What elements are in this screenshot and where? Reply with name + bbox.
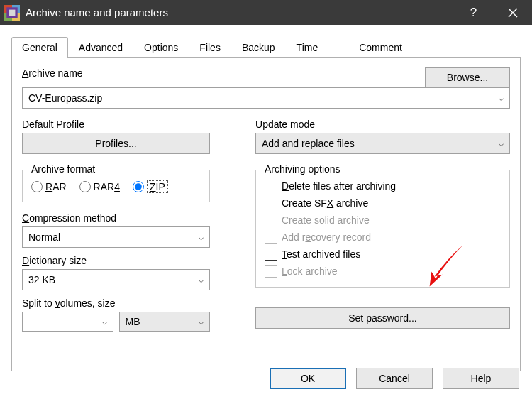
update-mode-select[interactable]: Add and replace files ⌵: [255, 133, 510, 154]
dialog-title: Archive name and parameters: [26, 6, 454, 18]
browse-button[interactable]: Browse...: [425, 67, 510, 87]
add-recovery-checkbox: Add recovery record: [265, 229, 502, 246]
dictionary-value: 32 KB: [28, 274, 55, 285]
chevron-down-icon: ⌵: [499, 138, 504, 148]
archive-format-label: Archive format: [28, 163, 98, 175]
split-label: Split to volumes, size: [22, 297, 210, 309]
dictionary-select[interactable]: 32 KB ⌵: [22, 269, 210, 290]
tab-advanced[interactable]: Advanced: [68, 37, 133, 58]
format-zip-radio[interactable]: ZIP: [133, 180, 168, 193]
compression-select[interactable]: Normal ⌵: [22, 226, 210, 248]
tab-options[interactable]: Options: [133, 37, 189, 58]
tab-bar: General Advanced Options Files Backup Ti…: [11, 36, 521, 58]
chevron-down-icon: ⌵: [499, 93, 504, 103]
app-icon: [4, 5, 20, 21]
dictionary-label: Dictionary size: [22, 255, 210, 266]
close-button[interactable]: [493, 0, 532, 25]
create-solid-checkbox: Create solid archive: [265, 212, 502, 229]
cancel-button[interactable]: Cancel: [356, 368, 433, 389]
set-password-button[interactable]: Set password...: [255, 307, 510, 329]
general-panel: Browse... Archive name CV-Europass.zip ⌵…: [11, 58, 521, 371]
archive-name-value: CV-Europass.zip: [28, 92, 102, 104]
split-unit-value: MB: [126, 316, 140, 327]
profiles-button[interactable]: Profiles...: [22, 133, 210, 154]
delete-after-checkbox[interactable]: Delete files after archiving: [265, 177, 502, 195]
format-rar4-radio[interactable]: RAR4: [79, 181, 120, 192]
close-icon: [508, 8, 518, 18]
lock-archive-checkbox: Lock archive: [265, 263, 502, 280]
tab-general[interactable]: General: [11, 37, 68, 58]
tab-time[interactable]: Time: [286, 37, 329, 58]
test-files-checkbox[interactable]: Test archived files: [265, 246, 502, 263]
svg-rect-5: [9, 9, 16, 16]
format-rar-radio[interactable]: RAR: [31, 181, 67, 192]
tab-files[interactable]: Files: [189, 37, 231, 58]
compression-value: Normal: [28, 231, 60, 243]
archive-name-input[interactable]: CV-Europass.zip ⌵: [22, 87, 510, 109]
default-profile-label: Default Profile: [22, 119, 238, 130]
chevron-down-icon: ⌵: [199, 317, 204, 327]
update-mode-value: Add and replace files: [262, 138, 355, 149]
dialog-buttons: OK Cancel Help: [270, 368, 519, 389]
chevron-down-icon: ⌵: [199, 232, 204, 242]
tab-comment[interactable]: Comment: [348, 37, 413, 58]
update-mode-label: Update mode: [255, 119, 510, 130]
chevron-down-icon: ⌵: [199, 275, 204, 285]
ok-button[interactable]: OK: [270, 368, 346, 389]
split-unit-select[interactable]: MB ⌵: [119, 312, 211, 332]
tab-backup[interactable]: Backup: [231, 37, 286, 58]
chevron-down-icon: ⌵: [102, 317, 107, 327]
archiving-options-label: Archiving options: [262, 163, 343, 175]
split-volume-input[interactable]: ⌵: [22, 312, 113, 332]
compression-label: Compression method: [22, 212, 210, 224]
help-dialog-button[interactable]: Help: [443, 368, 519, 389]
create-sfx-checkbox[interactable]: Create SFX archive: [265, 195, 502, 212]
help-button[interactable]: ?: [454, 0, 493, 25]
title-bar: Archive name and parameters ?: [0, 0, 532, 25]
